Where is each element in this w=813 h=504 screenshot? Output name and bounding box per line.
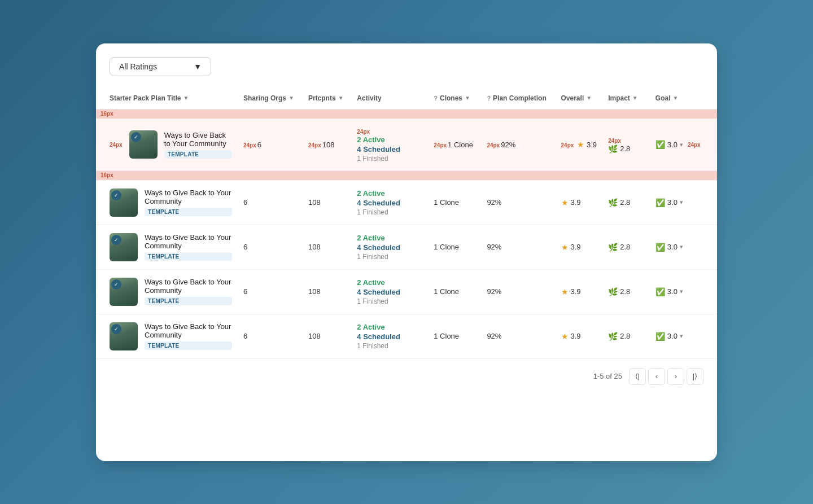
sharing-value: 6 — [257, 141, 261, 149]
plan-thumbnail: ✓ — [110, 189, 138, 217]
prtcpnts-value: 108 — [308, 198, 321, 207]
col-impact[interactable]: Impact ▼ — [602, 87, 650, 109]
completion-pad-label: 24px — [487, 142, 500, 148]
activity-finished: 1 Finished — [357, 342, 422, 350]
completion-cell: 92% — [481, 269, 555, 314]
prtcpnts-value: 108 — [308, 332, 321, 340]
template-badge: TEMPLATE — [164, 150, 232, 159]
pagination: 1-5 of 25 ⟨| ‹ › |⟩ — [96, 359, 717, 385]
clones-cell: 1 Clone — [428, 225, 481, 269]
prev-page-button[interactable]: ‹ — [648, 368, 665, 385]
activity-scheduled: 4 Scheduled — [357, 243, 422, 252]
goal-value: 3.0 — [667, 198, 678, 207]
activity-active: 2 Active — [357, 189, 422, 198]
activity-finished: 1 Finished — [357, 208, 422, 216]
goal-chevron-icon: ▾ — [680, 332, 683, 340]
star-icon: ★ — [561, 243, 569, 252]
plan-title-cell: ✓ Ways to Give Back to Your Community TE… — [96, 180, 238, 225]
activity-active: 2 Active — [357, 278, 422, 287]
check-circle-icon: ✅ — [655, 140, 665, 149]
completion-value: 92% — [487, 287, 501, 296]
clones-cell: 1 Clone — [428, 314, 481, 358]
overall-cell: ★ 3.9 — [556, 225, 603, 269]
act-pad-label: 24px — [357, 129, 370, 135]
impact-cell: 🌿 2.8 — [602, 269, 650, 314]
plan-info: Ways to Give Back to Your Community TEMP… — [145, 189, 232, 216]
col-plan-completion[interactable]: ? Plan Completion — [481, 87, 555, 109]
goal-chevron-icon: ▾ — [680, 243, 683, 251]
clones-value: 1 Clone — [434, 198, 459, 207]
impact-cell: 🌿 2.8 — [602, 225, 650, 269]
star-icon: ★ — [561, 332, 569, 341]
impact-value: 2.8 — [620, 144, 630, 153]
template-badge: TEMPLATE — [145, 208, 232, 216]
plan-info: Ways to Give Back to Your Community TEMP… — [145, 233, 232, 261]
completion-cell: 24px92% — [481, 119, 555, 170]
main-card: All Ratings ▼ Starter Pack Plan Title ▼ … — [96, 43, 717, 461]
side-label-left: 24px — [110, 142, 123, 148]
plan-check-icon: ✓ — [111, 279, 121, 290]
plan-title-cell: ✓ Ways to Give Back to Your Community TE… — [96, 314, 238, 358]
sort-arrow-impact: ▼ — [632, 95, 638, 101]
col-overall[interactable]: Overall ▼ — [556, 87, 603, 109]
leaf-icon: 🌿 — [608, 144, 618, 154]
plan-title: Ways to Give Back to Your Community — [145, 189, 232, 205]
activity-scheduled: 4 Scheduled — [357, 332, 422, 341]
goal-pad-right-label: 24px — [688, 142, 701, 148]
top-bar: All Ratings ▼ — [96, 57, 717, 87]
col-goal[interactable]: Goal ▼ — [650, 87, 717, 109]
clones-value: 1 Clone — [434, 332, 459, 340]
overall-value: 3.9 — [571, 332, 581, 340]
clones-cell: 24px1 Clone — [428, 119, 481, 170]
prtcpnts-value: 108 — [308, 287, 321, 296]
table-row: 24px ✓ Ways to Give Back to Your Communi… — [96, 119, 717, 170]
goal-value: 3.0 — [667, 287, 678, 296]
check-circle-icon: ✅ — [655, 332, 665, 341]
first-page-button[interactable]: ⟨| — [629, 368, 646, 385]
highlight-bottom-spacer: 16px — [96, 170, 717, 180]
activity-active: 2 Active — [357, 234, 422, 242]
leaf-icon: 🌿 — [608, 243, 618, 252]
sort-arrow-prtcp: ▼ — [338, 95, 344, 101]
col-clones[interactable]: ? Clones ▼ — [428, 87, 481, 109]
sharing-orgs-cell: 6 — [238, 314, 303, 358]
star-icon: ★ — [561, 198, 569, 207]
sharing-orgs-cell: 6 — [238, 180, 303, 225]
prev-page-icon: ‹ — [655, 372, 658, 380]
next-page-button[interactable]: › — [667, 368, 684, 385]
col-sharing-orgs[interactable]: Sharing Orgs ▼ — [238, 87, 303, 109]
activity-cell: 2 Active 4 Scheduled 1 Finished — [351, 180, 428, 225]
plan-title: Ways to Give Back to Your Community — [145, 278, 232, 295]
star-icon: ★ — [577, 140, 584, 149]
impact-value: 2.8 — [620, 332, 630, 340]
clones-value: 1 Clone — [434, 287, 459, 296]
prtcpnts-cell: 108 — [303, 180, 351, 225]
goal-value: 3.0 — [667, 332, 678, 340]
last-page-button[interactable]: |⟩ — [687, 368, 703, 385]
activity-cell: 2 Active 4 Scheduled 1 Finished — [351, 225, 428, 269]
plan-info: Ways to Give Back to Your Community TEMP… — [145, 278, 232, 305]
col-prtcpnts[interactable]: Prtcpnts ▼ — [303, 87, 351, 109]
sharing-orgs-cell: 6 — [238, 269, 303, 314]
plan-check-icon: ✓ — [111, 235, 121, 245]
overall-value: 3.9 — [571, 198, 581, 207]
completion-help-icon: ? — [487, 95, 491, 102]
prtcpnts-cell: 108 — [303, 314, 351, 358]
sort-arrow-overall: ▼ — [586, 95, 592, 101]
impact-value: 2.8 — [620, 198, 630, 207]
goal-cell: ✅ 3.0 ▾ — [650, 225, 717, 269]
all-ratings-dropdown[interactable]: All Ratings ▼ — [110, 57, 211, 76]
sharing-orgs-cell: 24px6 — [238, 119, 303, 170]
goal-value: 3.0 — [667, 243, 678, 251]
plan-title: Ways to Give Back to Your Community — [145, 233, 232, 250]
sharing-pad-label: 24px — [243, 142, 256, 148]
col-plan-title[interactable]: Starter Pack Plan Title ▼ — [96, 87, 238, 109]
overall-cell: 24px ★ 3.9 — [556, 119, 603, 170]
plan-check-icon: ✓ — [111, 324, 121, 334]
sharing-value: 6 — [243, 243, 247, 251]
highlight-top-spacer: 16px — [96, 109, 717, 119]
completion-value: 92% — [487, 243, 501, 251]
first-page-icon: ⟨| — [635, 372, 640, 380]
check-circle-icon: ✅ — [655, 243, 665, 252]
prtcpnts-cell: 108 — [303, 269, 351, 314]
